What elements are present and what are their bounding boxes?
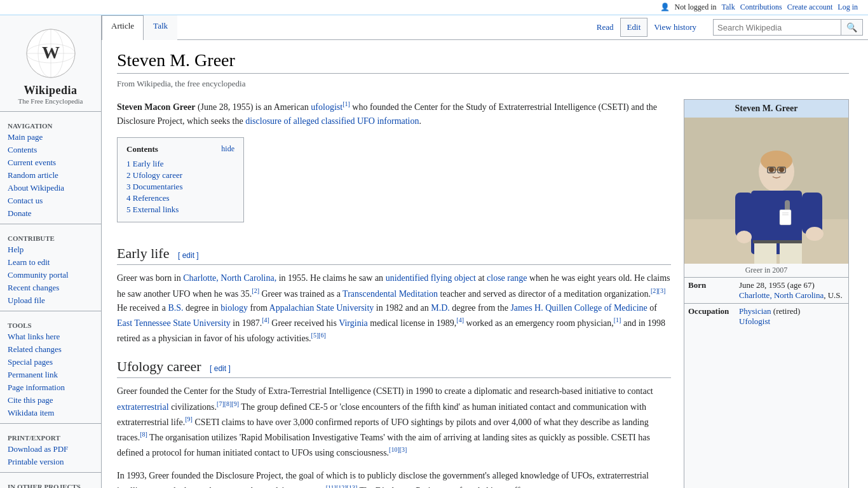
early-life-edit: [ edit ]: [178, 251, 199, 260]
sidebar-item-cite-this-page[interactable]: Cite this page: [0, 394, 101, 407]
person-illustration: [684, 118, 848, 264]
sidebar-item-printable-version[interactable]: Printable version: [0, 456, 101, 468]
sidebar-item-recent-changes[interactable]: Recent changes: [0, 281, 101, 294]
print-section-label: Print/export: [0, 428, 101, 443]
svg-rect-13: [735, 193, 753, 237]
nav-section-label: Navigation: [0, 116, 101, 131]
toc-item-3[interactable]: 3 Documentaries: [126, 181, 234, 193]
sidebar-item-community-portal[interactable]: Community portal: [0, 269, 101, 281]
tab-actions: Read Edit View history: [585, 15, 708, 39]
sidebar-item-related-changes[interactable]: Related changes: [0, 343, 101, 356]
search-button[interactable]: 🔍: [841, 20, 862, 35]
svg-rect-26: [780, 210, 791, 225]
virginia-link[interactable]: Virginia: [339, 318, 368, 328]
ufologist-infobox-link[interactable]: Ufologist: [739, 316, 770, 326]
create-account-link[interactable]: Create account: [787, 3, 833, 12]
tab-article[interactable]: Article: [102, 15, 144, 40]
sidebar-item-about-wikipedia[interactable]: About Wikipedia: [0, 182, 101, 194]
extraterrestrial-link[interactable]: extraterrestrial: [117, 402, 169, 411]
log-in-link[interactable]: Log in: [837, 3, 858, 12]
early-life-heading: Early life [ edit ]: [117, 245, 671, 265]
sidebar-item-page-information[interactable]: Page information: [0, 381, 101, 394]
quillen-link[interactable]: James H. Quillen College of Medicine: [510, 303, 647, 313]
toc-item-4[interactable]: 4 References: [126, 193, 234, 204]
infobox-caption: Greer in 2007: [684, 264, 848, 277]
sidebar-item-donate[interactable]: Donate: [0, 207, 101, 220]
tm-link[interactable]: Transcendental Meditation: [342, 288, 438, 298]
contribute-section-label: Contribute: [0, 228, 101, 243]
tools-section-label: Tools: [0, 315, 101, 330]
infobox-occupation-label: Occupation: [688, 306, 739, 327]
tab-talk[interactable]: Talk: [144, 15, 177, 40]
content-wrap: Article Talk Read Edit View history 🔍 St…: [102, 15, 868, 488]
sidebar-item-wikidata-item[interactable]: Wikidata item: [0, 407, 101, 419]
talk-link[interactable]: Talk: [722, 3, 735, 12]
sidebar-item-what-links-here[interactable]: What links here: [0, 330, 101, 343]
svg-rect-17: [754, 241, 776, 264]
sidebar-logo-subtitle: The Free Encyclopedia: [5, 97, 96, 105]
sidebar-item-help[interactable]: Help: [0, 243, 101, 256]
infobox-image: [684, 118, 848, 264]
tab-read[interactable]: Read: [590, 17, 620, 37]
sidebar-item-main-page[interactable]: Main page: [0, 131, 101, 144]
tab-edit[interactable]: Edit: [620, 18, 648, 37]
other-projects-label: In other projects: [0, 477, 101, 488]
top-bar: 👤 Not logged in Talk Contributions Creat…: [0, 0, 868, 15]
ufology-text-1: Greer founded the Center for the Study o…: [117, 384, 671, 460]
etsu-link[interactable]: East Tennessee State University: [117, 318, 231, 328]
svg-text:W: W: [42, 43, 60, 62]
infobox: Steven M. Greer: [684, 99, 849, 488]
svg-point-11: [761, 151, 792, 171]
article-intro: Steven Macon Greer (June 28, 1955) is an…: [117, 99, 671, 128]
article-title: Steven M. Greer: [117, 50, 849, 74]
sidebar: W Wikipedia The Free Encyclopedia Naviga…: [0, 15, 102, 488]
toc-box: Contents hide 1 Early life 2 Ufology car…: [117, 137, 244, 222]
infobox-born-label: Born: [688, 280, 739, 301]
user-icon: 👤: [660, 3, 670, 12]
sidebar-item-permanent-link[interactable]: Permanent link: [0, 369, 101, 381]
svg-point-15: [736, 231, 752, 243]
wikipedia-logo: W: [25, 28, 76, 79]
svg-rect-29: [753, 240, 802, 243]
sidebar-item-current-events[interactable]: Current events: [0, 156, 101, 169]
toc-item-2[interactable]: 2 Ufology career: [126, 170, 234, 181]
svg-point-20: [779, 167, 784, 172]
md-link[interactable]: M.D.: [431, 303, 450, 313]
sidebar-item-random-article[interactable]: Random article: [0, 169, 101, 182]
toc-item-1[interactable]: 1 Early life: [126, 158, 234, 170]
ufology-edit: [ edit ]: [210, 364, 231, 373]
tab-view-history[interactable]: View history: [648, 17, 703, 37]
contributions-link[interactable]: Contributions: [740, 3, 782, 12]
layout: W Wikipedia The Free Encyclopedia Naviga…: [0, 15, 868, 488]
search-input[interactable]: [714, 20, 841, 35]
subject-name: Steven Macon Greer: [117, 102, 195, 112]
biology-link[interactable]: biology: [220, 303, 248, 313]
sidebar-item-upload-file[interactable]: Upload file: [0, 294, 101, 307]
appalachian-link[interactable]: Appalachian State University: [269, 303, 374, 313]
toc-hide-link[interactable]: hide: [221, 144, 234, 154]
infobox-born-row: Born June 28, 1955 (age 67) Charlotte, N…: [684, 277, 848, 303]
not-logged-in-label: Not logged in: [675, 3, 717, 12]
sidebar-item-download-pdf[interactable]: Download as PDF: [0, 443, 101, 456]
charlotte-link[interactable]: Charlotte, North Carolina,: [183, 273, 276, 283]
ufology-text-2: In 1993, Greer founded the Disclosure Pr…: [117, 469, 671, 488]
physician-link[interactable]: Physician: [739, 306, 771, 316]
toc-item-5[interactable]: 5 External links: [126, 204, 234, 215]
bs-link[interactable]: B.S.: [168, 303, 183, 313]
ufology-heading: Ufology career [ edit ]: [117, 358, 671, 378]
disclosure-link[interactable]: disclosure of alleged classified UFO inf…: [245, 116, 419, 126]
ufo-link[interactable]: unidentified flying object: [386, 273, 476, 283]
sidebar-item-contents[interactable]: Contents: [0, 144, 101, 156]
svg-point-19: [769, 167, 774, 172]
sidebar-item-special-pages[interactable]: Special pages: [0, 356, 101, 369]
search-box: 🔍: [713, 19, 863, 36]
infobox-occupation-value: Physician (retired) Ufologist: [739, 306, 844, 327]
infobox-occupation-row: Occupation Physician (retired) Ufologist: [684, 303, 848, 329]
infobox-born-value: June 28, 1955 (age 67) Charlotte, North …: [739, 280, 844, 301]
toc-title: Contents hide: [126, 144, 234, 154]
sidebar-item-learn-to-edit[interactable]: Learn to edit: [0, 256, 101, 269]
ufologist-link[interactable]: ufologist: [311, 102, 342, 112]
charlotte-infobox-link[interactable]: Charlotte, North Carolina: [739, 290, 824, 300]
sidebar-item-contact-us[interactable]: Contact us: [0, 194, 101, 207]
close-range-link[interactable]: close range: [487, 273, 527, 283]
